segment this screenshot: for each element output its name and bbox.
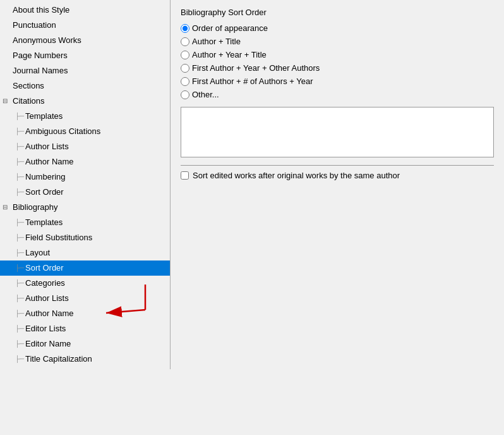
sidebar-item-authorname-cit[interactable]: ├─Author Name <box>0 154 170 169</box>
sidebar-item-punctuation[interactable]: Punctuation <box>0 18 170 33</box>
sidebar-item-label: Editor Name <box>25 338 71 350</box>
sidebar-item-layout[interactable]: ├─Layout <box>0 245 170 260</box>
section-title: Bibliography Sort Order <box>181 8 494 17</box>
sidebar-item-templates[interactable]: ├─Templates <box>0 109 170 124</box>
sidebar-item-about[interactable]: About this Style <box>0 3 170 18</box>
sidebar-item-categories[interactable]: ├─Categories <box>0 276 170 291</box>
radio-first-author-num-year[interactable] <box>181 77 189 86</box>
sidebar-item-label: Author Name <box>25 156 74 168</box>
tree-connector: ├─ <box>15 292 25 305</box>
tree-connector: ├─ <box>15 156 25 168</box>
sidebar-item-label: Journal Names <box>13 64 68 77</box>
tree-connector: ├─ <box>15 307 25 320</box>
radio-label-author-year-title: Author + Year + Title <box>192 50 267 59</box>
sort-edited-works-row: Sort edited works after original works b… <box>181 171 494 180</box>
tree-connector: ├─ <box>15 231 25 244</box>
sidebar-item-label: Editor Lists <box>25 322 66 335</box>
sidebar-item-label: Ambiguous Citations <box>25 125 100 138</box>
sidebar-item-editorname[interactable]: ├─Editor Name <box>0 336 170 352</box>
sidebar-item-authorname-bib[interactable]: ├─Author Name <box>0 306 170 321</box>
sidebar-item-citations[interactable]: ⊟Citations <box>0 94 170 109</box>
sidebar-item-label: Bibliography <box>13 201 58 214</box>
sidebar-item-label: Field Substitutions <box>25 231 92 244</box>
sidebar-item-label: Page Numbers <box>13 49 68 62</box>
sidebar-item-ambiguous[interactable]: ├─Ambiguous Citations <box>0 124 170 139</box>
sidebar-item-label: Author Lists <box>25 292 69 305</box>
radio-label-first-author-num-year: First Author + # of Authors + Year <box>192 77 313 86</box>
sidebar-item-sortorder-bib[interactable]: ├─Sort Order <box>0 260 170 276</box>
sidebar-item-label: Layout <box>25 247 50 259</box>
sidebar-item-label: Sections <box>13 80 44 92</box>
radio-label-author-title: Author + Title <box>192 37 241 46</box>
sidebar-item-fieldsubst[interactable]: ├─Field Substitutions <box>0 230 170 245</box>
main-panel: Bibliography Sort Order Order of appeara… <box>171 0 504 435</box>
sort-order-radio-group: Order of appearanceAuthor + TitleAuthor … <box>181 23 494 99</box>
radio-label-other: Other... <box>192 90 219 99</box>
tree-connector: ├─ <box>15 262 25 274</box>
radio-label-first-author-year-others: First Author + Year + Other Authors <box>192 63 320 73</box>
radio-item-author-title[interactable]: Author + Title <box>181 37 494 46</box>
sidebar-item-sortorder-cit[interactable]: ├─Sort Order <box>0 185 170 200</box>
tree-connector: ├─ <box>15 322 25 335</box>
radio-item-other[interactable]: Other... <box>181 90 494 99</box>
sidebar-item-label: Templates <box>25 216 63 229</box>
sidebar-item-anonymous[interactable]: Anonymous Works <box>0 33 170 48</box>
sidebar-item-authorlists-bib[interactable]: ├─Author Lists <box>0 291 170 306</box>
sort-edited-works-label: Sort edited works after original works b… <box>193 171 400 180</box>
sidebar: About this StylePunctuationAnonymous Wor… <box>0 0 171 369</box>
radio-label-order-appearance: Order of appearance <box>192 23 268 33</box>
sidebar-item-label: About this Style <box>13 4 69 16</box>
sidebar-item-label: Categories <box>25 277 65 290</box>
sidebar-item-bibliography[interactable]: ⊟Bibliography <box>0 200 170 215</box>
sidebar-item-editorlists[interactable]: ├─Editor Lists <box>0 321 170 336</box>
sidebar-item-label: Sort Order <box>25 186 64 199</box>
tree-connector: ├─ <box>15 247 25 259</box>
tree-connector: ├─ <box>15 277 25 290</box>
sidebar-item-authorlists-cit[interactable]: ├─Author Lists <box>0 139 170 154</box>
radio-author-year-title[interactable] <box>181 51 189 59</box>
radio-other[interactable] <box>181 90 189 99</box>
other-text-area[interactable] <box>181 107 494 157</box>
sidebar-item-label: Title Capitalization <box>25 353 92 365</box>
tree-connector: ├─ <box>15 216 25 229</box>
sidebar-item-titlecap[interactable]: ├─Title Capitalization <box>0 352 170 367</box>
radio-item-order-appearance[interactable]: Order of appearance <box>181 23 494 33</box>
sidebar-item-sections[interactable]: Sections <box>0 78 170 94</box>
tree-connector: ├─ <box>15 125 25 138</box>
radio-item-first-author-num-year[interactable]: First Author + # of Authors + Year <box>181 77 494 86</box>
radio-first-author-year-others[interactable] <box>181 64 189 73</box>
radio-item-author-year-title[interactable]: Author + Year + Title <box>181 50 494 59</box>
divider <box>181 165 494 166</box>
sidebar-item-label: Anonymous Works <box>13 34 81 47</box>
sidebar-item-label: Numbering <box>25 171 66 183</box>
sidebar-item-label: Citations <box>13 95 45 107</box>
tree-connector: ├─ <box>15 171 25 183</box>
radio-author-title[interactable] <box>181 37 189 46</box>
sidebar-item-journalnames[interactable]: Journal Names <box>0 63 170 78</box>
sidebar-item-templates-bib[interactable]: ├─Templates <box>0 215 170 230</box>
sidebar-item-label: Author Lists <box>25 140 69 153</box>
tree-connector: ├─ <box>15 338 25 350</box>
expand-icon: ⊟ <box>3 201 13 214</box>
sidebar-item-label: Punctuation <box>13 19 56 32</box>
tree-connector: ├─ <box>15 353 25 365</box>
sort-edited-works-checkbox[interactable] <box>181 171 189 180</box>
sidebar-item-pagenumbers[interactable]: Page Numbers <box>0 48 170 63</box>
tree-connector: ├─ <box>15 110 25 123</box>
sidebar-item-label: Templates <box>25 110 63 123</box>
tree-connector: ├─ <box>15 186 25 199</box>
sidebar-item-numbering[interactable]: ├─Numbering <box>0 169 170 185</box>
expand-icon: ⊟ <box>3 95 13 107</box>
radio-item-first-author-year-others[interactable]: First Author + Year + Other Authors <box>181 63 494 73</box>
tree-connector: ├─ <box>15 140 25 153</box>
sidebar-item-label: Sort Order <box>25 262 64 274</box>
radio-order-appearance[interactable] <box>181 24 189 33</box>
sidebar-item-label: Author Name <box>25 307 74 320</box>
